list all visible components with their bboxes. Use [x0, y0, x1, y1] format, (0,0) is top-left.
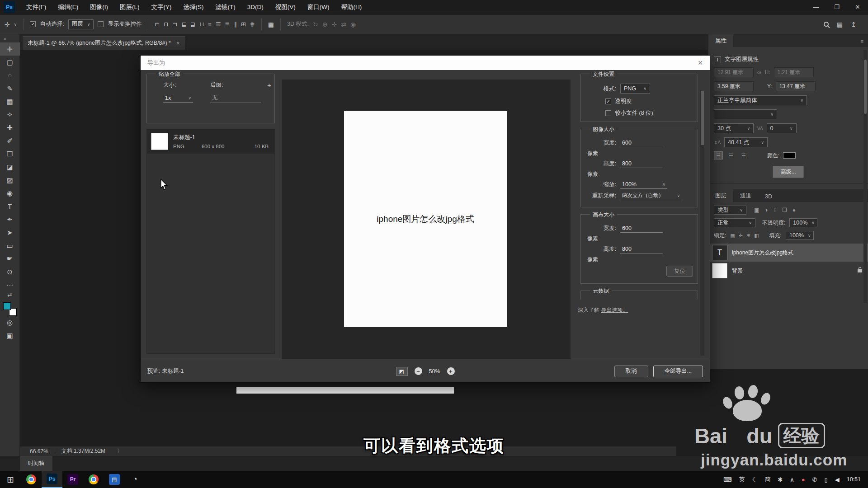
document-tab[interactable]: 未标题-1 @ 66.7% (iphone图片怎么改jpg格式, RGB/8#)… — [23, 36, 185, 50]
auto-select-checkbox[interactable]: ✓ — [30, 21, 36, 27]
align-icon[interactable]: ⊒ — [190, 21, 195, 27]
chrome-taskbar-icon[interactable] — [21, 471, 42, 488]
menu-item[interactable]: 图像(I) — [84, 0, 114, 14]
clock-time[interactable]: 10:51 — [847, 476, 861, 483]
lasso-tool[interactable]: ◌ — [0, 69, 20, 82]
export-preview-area[interactable]: iphone图片怎么改jpg格式 — [282, 80, 571, 359]
phone-icon[interactable]: ✆ — [812, 476, 817, 483]
close-dialog-icon[interactable]: ✕ — [698, 59, 703, 66]
suffix-field[interactable]: 无 — [210, 93, 261, 103]
width-field[interactable]: 12.91 厘米 — [714, 67, 754, 77]
align-icon[interactable]: ⊐ — [172, 21, 177, 27]
font-style-dropdown[interactable]: ∨ — [714, 109, 777, 119]
layer-row-background[interactable]: 背景 — [708, 262, 868, 280]
photoshop-taskbar-icon[interactable]: Ps — [42, 471, 62, 488]
premiere-taskbar-icon[interactable]: Pr — [62, 471, 83, 488]
font-size-dropdown[interactable]: 30 点 ∨ — [714, 123, 754, 133]
lock-option-icon[interactable]: ✛ — [739, 233, 743, 239]
settings-gear-icon[interactable]: ✱ — [778, 476, 783, 483]
show-transform-checkbox[interactable] — [98, 21, 104, 27]
eyedropper-tool[interactable]: ✧ — [0, 108, 20, 121]
screen-mode-icon[interactable]: ▣ — [0, 329, 20, 342]
move-tool[interactable]: ✛ — [0, 42, 20, 56]
format-dropdown[interactable]: PNG ∨ — [620, 84, 650, 94]
align-icon[interactable]: ⊔ — [199, 21, 204, 27]
dialog-title-bar[interactable]: 导出为 ✕ — [141, 56, 710, 70]
leading-dropdown[interactable]: 40.41 点 ∨ — [724, 137, 768, 147]
scale-dropdown[interactable]: 100% ∨ — [620, 180, 667, 189]
file-item[interactable]: 未标题-1 PNG 600 x 800 10 KB — [147, 129, 274, 154]
blend-mode-dropdown[interactable]: 正常 ∨ — [714, 218, 755, 227]
align-icon[interactable]: ☰ — [216, 21, 221, 27]
align-right-icon[interactable]: ☰ — [739, 151, 748, 160]
close-window-button[interactable]: ✕ — [847, 0, 868, 14]
start-button[interactable]: ⊞ — [0, 471, 21, 488]
align-icon[interactable]: ⊞ — [241, 21, 246, 27]
filter-icon[interactable]: ▣ — [754, 207, 759, 213]
image-width-field[interactable]: 600 — [620, 139, 663, 147]
background-layer-thumbnail[interactable] — [712, 263, 727, 278]
tray-app-icon[interactable]: ● — [802, 476, 805, 483]
tab-properties[interactable]: 属性 — [708, 34, 733, 47]
ime-mode-indicator[interactable]: 简 — [764, 475, 770, 483]
align-icon[interactable]: ⊑ — [181, 21, 186, 27]
lock-option-icon[interactable]: ▦ — [730, 233, 735, 239]
zoom-out-icon[interactable]: − — [414, 367, 422, 375]
collapse-panel-icon[interactable]: » — [0, 34, 6, 42]
align-icon[interactable]: ∥ — [234, 21, 237, 27]
gradient-tool[interactable]: ▨ — [0, 174, 20, 187]
lock-option-icon[interactable]: ⊞ — [746, 233, 750, 239]
device-icon[interactable]: ▯ — [825, 476, 828, 483]
tool-preset-caret-icon[interactable]: ∨ — [14, 22, 17, 27]
fill-dropdown[interactable]: 100% ∨ — [786, 231, 814, 240]
panel-scrollbar[interactable] — [863, 50, 867, 303]
menu-item[interactable]: 3D(D) — [241, 0, 269, 14]
quick-mask-icon[interactable]: ◎ — [0, 316, 20, 329]
menu-item[interactable]: 窗口(W) — [302, 0, 335, 14]
layer-row-text[interactable]: T iphone图片怎么改jpg格式 — [708, 244, 868, 262]
crop-tool[interactable]: ▦ — [0, 95, 20, 108]
type-tool[interactable]: T — [0, 200, 20, 213]
menu-item[interactable]: 滤镜(T) — [210, 0, 241, 14]
browser-taskbar-icon[interactable] — [83, 471, 104, 488]
maximize-button[interactable]: ❐ — [826, 0, 847, 14]
swap-colors-icon[interactable]: ⇄ — [7, 291, 12, 300]
current-tool-icon[interactable]: ✛ — [5, 21, 10, 28]
image-height-field[interactable]: 800 — [620, 160, 663, 168]
share-icon[interactable]: ↥ — [851, 21, 856, 28]
menu-item[interactable]: 帮助(H) — [335, 0, 368, 14]
status-chevron-icon[interactable]: 〉 — [117, 447, 123, 455]
tab-timeline[interactable]: 时间轴 — [20, 456, 52, 471]
dialog-scrollbar[interactable] — [700, 91, 704, 356]
zoom-in-icon[interactable]: + — [447, 367, 455, 375]
document-app-taskbar-icon[interactable]: ▤ — [104, 471, 125, 488]
color-swatches[interactable] — [3, 302, 17, 316]
menu-item[interactable]: 文件(F) — [20, 0, 52, 14]
height-field[interactable]: 1.21 厘米 — [774, 67, 814, 77]
language-indicator[interactable]: 英 — [739, 475, 745, 483]
tab-3d[interactable]: 3D — [758, 191, 779, 202]
lock-option-icon[interactable]: ◧ — [754, 233, 759, 239]
healing-brush-tool[interactable]: ✚ — [0, 121, 20, 134]
cancel-button[interactable]: 取消 — [614, 366, 648, 377]
tab-layers[interactable]: 图层 — [708, 189, 733, 202]
align-left-icon[interactable]: ☰ — [714, 151, 723, 160]
menu-item[interactable]: 文字(Y) — [146, 0, 178, 14]
font-family-dropdown[interactable]: 正兰亭中黑简体 ∨ — [714, 95, 807, 105]
menu-item[interactable]: 选择(S) — [178, 0, 210, 14]
menu-item[interactable]: 视图(V) — [269, 0, 302, 14]
blur-tool[interactable]: ◉ — [0, 187, 20, 200]
ime-keyboard-icon[interactable]: ⌨ — [723, 476, 732, 483]
menu-item[interactable]: 编辑(E) — [52, 0, 84, 14]
clone-stamp-tool[interactable]: ❐ — [0, 147, 20, 160]
hand-tool[interactable]: ☛ — [0, 252, 20, 265]
filter-icon[interactable]: T — [774, 207, 777, 213]
path-selection-tool[interactable]: ➤ — [0, 226, 20, 239]
link-dimensions-icon[interactable]: ∞ — [757, 69, 761, 75]
transparency-checkbox[interactable]: ✓ — [605, 99, 611, 104]
fit-to-view-icon[interactable]: ◩ — [396, 367, 407, 376]
search-icon[interactable] — [824, 22, 829, 27]
auto-select-target-dropdown[interactable]: 图层 ∨ — [68, 19, 94, 29]
tray-expand-icon[interactable]: ∧ — [790, 476, 794, 483]
advanced-button[interactable]: 高级... — [773, 166, 803, 178]
